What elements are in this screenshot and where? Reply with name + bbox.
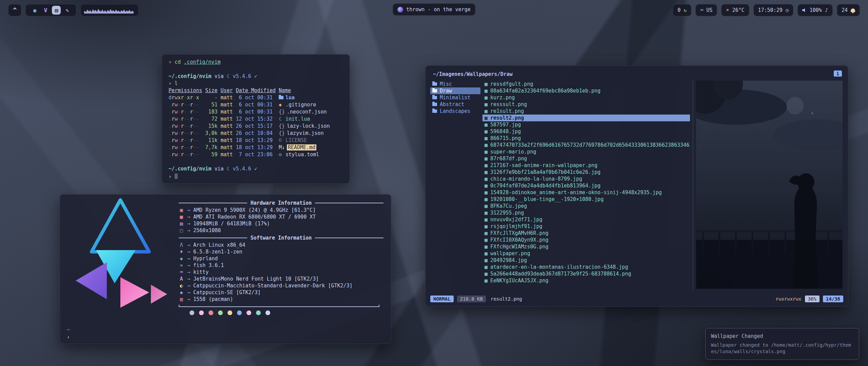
- directory-row[interactable]: Draw: [430, 87, 480, 94]
- directory-row[interactable]: Landscapes: [430, 108, 480, 115]
- workspace-button[interactable]: ◉: [30, 6, 39, 15]
- arrow-icon: →: [187, 242, 190, 248]
- tab-badge[interactable]: 1: [834, 70, 842, 77]
- listing-row: .rw-r--r-- 183 matt 6 oct 00:31 {}.neoco…: [169, 109, 343, 116]
- file-row[interactable]: ▦ 87r687df.png: [482, 155, 690, 162]
- col-user: User: [220, 87, 233, 94]
- info-text: 10948MiB / 64183MiB (17%): [193, 221, 270, 227]
- file-row[interactable]: ▦ result2.png: [482, 115, 690, 121]
- directory-row[interactable]: Misc: [430, 81, 480, 87]
- file-type-icon: {}: [279, 130, 285, 136]
- image-file-icon: ▦: [485, 149, 488, 155]
- info-text: Arch Linux x86_64: [193, 242, 245, 248]
- file-owner: matt: [220, 123, 233, 129]
- notifications-widget[interactable]: 24: [837, 4, 860, 16]
- file-row[interactable]: ▦ nnvuv0xj2df71.jpg: [482, 216, 690, 223]
- terminal-window: ›cd.config/nvim ~/.config/nvimvia☾ v5.4.…: [162, 54, 350, 184]
- file-row[interactable]: ▦ 19201080-__blue-tinge__-1920×1080.jpg: [482, 196, 690, 203]
- file-name: 3122955.png: [490, 210, 524, 216]
- arrow-icon: →: [187, 221, 190, 227]
- file-row[interactable]: ▦ 866715.png: [482, 135, 690, 142]
- file-date: 12 oct 15:32: [236, 116, 276, 122]
- info-line: A → JetBrainsMono Nerd Font Light 10 [GT…: [179, 276, 383, 283]
- file-row[interactable]: ▦ 217167-sad-anime-rain-wallpaper.png: [482, 162, 690, 169]
- image-file-icon: ▦: [485, 278, 488, 284]
- workspace-button[interactable]: ✎: [63, 6, 72, 15]
- permissions-text: .rw-r--r--: [169, 123, 199, 129]
- directory-pane: Misc Draw Minimalist Abstract: [430, 81, 480, 115]
- volume-widget[interactable]: 100% ♪: [797, 4, 833, 16]
- updates-widget[interactable]: 0 ↻: [673, 4, 691, 16]
- notification-popup[interactable]: Wallpaper Changed Wallpaper changed to /…: [705, 328, 859, 360]
- prompt-icon[interactable]: ›: [67, 334, 70, 340]
- file-row[interactable]: ▦ wallpaper.png: [482, 250, 690, 257]
- launcher-button[interactable]: ^: [8, 4, 21, 16]
- file-row[interactable]: ▦ 20492984.jpg: [482, 257, 690, 264]
- file-row[interactable]: ▦ 3126f7e9bbf21a8a4af0b67b041c6e26.jpg: [482, 169, 690, 176]
- sun-icon: ☀: [726, 7, 729, 13]
- file-row[interactable]: ▦ atardecer-en-la-montanas-ilustracion-6…: [482, 264, 690, 270]
- file-type-icon: ◆: [279, 102, 283, 108]
- info-line: ⌨ → kitty: [179, 269, 383, 276]
- file-row[interactable]: ▦ kurz.png: [482, 94, 690, 101]
- refresh-icon: ↻: [684, 7, 687, 13]
- file-size: 11k: [202, 137, 217, 143]
- col-name: Name: [279, 87, 343, 94]
- software-section-header: Software Information: [179, 234, 383, 241]
- info-icon: ⌨: [179, 269, 184, 275]
- file-name: FXfcII0X0AQyn9X.png: [490, 237, 549, 243]
- image-file-icon: ▦: [485, 189, 488, 196]
- file-name: 8FKa7Cu.jpeg: [490, 203, 527, 209]
- clock-widget[interactable]: 17:50:29 ◷: [753, 4, 793, 16]
- info-icon: ◈: [179, 256, 184, 262]
- file-row[interactable]: ▦ 3122955.png: [482, 209, 690, 216]
- info-text: kitty: [193, 269, 209, 275]
- file-row[interactable]: ▦ 587597.jpg: [482, 121, 690, 128]
- top-bar-left: ^ ◉ V ▤ ✎: [8, 4, 139, 16]
- weather-widget[interactable]: ☀ 26°C: [721, 4, 749, 16]
- media-widget[interactable]: thrown - on the verge: [393, 3, 475, 16]
- directory-row[interactable]: Minimalist: [430, 94, 480, 101]
- file-row[interactable]: ▦ 5a266e448add93deab367d87173e9f25-68378…: [482, 270, 690, 277]
- file-row[interactable]: ▦ EeNKYgIUcAAJ5JX.png: [482, 277, 690, 284]
- file-pane: ▦ ressdfgult.png ▦ 08a634fa02a32364f69eb…: [482, 81, 690, 284]
- file-row[interactable]: ▦ 154928-odinokoe_anime-art-anime-okno-s…: [482, 189, 690, 196]
- prompt-line[interactable]: ›: [169, 173, 343, 180]
- workspaces: ◉ V ▤ ✎: [25, 4, 76, 16]
- notification-count: 24: [842, 7, 848, 13]
- color-palette: [190, 310, 270, 315]
- file-date: 26 oct 15:17: [236, 123, 276, 129]
- keyboard-layout-widget[interactable]: ⌨ US: [695, 4, 717, 16]
- file-row[interactable]: ▦ 0c794faf07de24a4db4d4fb1eb813964.jpg: [482, 182, 690, 189]
- image-preview: [696, 81, 843, 289]
- file-row[interactable]: ▦ FXfcJlTXgAMvH6R.png: [482, 230, 690, 237]
- folder-icon: [432, 103, 437, 106]
- file-name: resssult.png: [490, 101, 527, 107]
- file-row[interactable]: ▦ 596848.jpg: [482, 128, 690, 135]
- file-name: ressdfgult.png: [490, 81, 533, 87]
- file-row[interactable]: ▦ 68747470733a2f2f696d616765732d7769786d…: [482, 142, 690, 148]
- file-row[interactable]: ▦ super-mario.png: [482, 148, 690, 155]
- section-title: Hardware Information: [251, 200, 312, 206]
- scroll-progress-badge: 36%: [805, 296, 820, 302]
- image-file-icon: ▦: [485, 169, 488, 175]
- directory-row[interactable]: Abstract: [430, 101, 480, 108]
- workspace-button[interactable]: V: [41, 6, 50, 15]
- file-size: 59: [202, 151, 217, 158]
- file-row[interactable]: ▦ re1sult.png: [482, 108, 690, 115]
- file-row[interactable]: ▦ FXfcHgcWIAMzs0G.png: [482, 243, 690, 250]
- file-row[interactable]: ▦ 08a634fa02a32364f69ebc86a98eb1eb.png: [482, 87, 690, 94]
- workspace-button[interactable]: ▤: [52, 6, 61, 15]
- image-file-icon: ▦: [485, 203, 488, 209]
- directory-name: Minimalist: [440, 95, 470, 101]
- file-name: FXfcJlTXgAMvH6R.png: [490, 230, 549, 236]
- file-row[interactable]: ▦ rsjqojlmjhf91.jpg: [482, 223, 690, 230]
- file-name: super-mario.png: [490, 149, 536, 155]
- file-row[interactable]: ▦ resssult.png: [482, 101, 690, 108]
- permissions-text: .rw-r--r--: [169, 102, 199, 108]
- file-row[interactable]: ▦ ressdfgult.png: [482, 81, 690, 87]
- file-row[interactable]: ▦ 8FKa7Cu.jpeg: [482, 203, 690, 209]
- file-row[interactable]: ▦ FXfcII0X0AQyn9X.png: [482, 237, 690, 243]
- workspace-app-icon: ▤: [55, 7, 58, 14]
- file-row[interactable]: ▦ chica-mirando-la-luna-8799.jpg: [482, 176, 690, 182]
